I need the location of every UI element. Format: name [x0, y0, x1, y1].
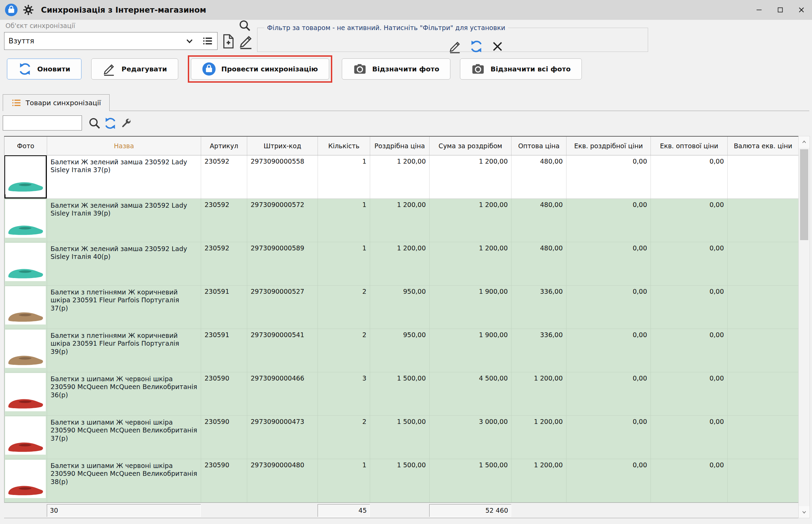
cell-eq-currency[interactable]: [728, 198, 799, 242]
product-photo-cell[interactable]: [4, 242, 47, 285]
cell-barcode[interactable]: 2973090000466: [247, 372, 318, 415]
scrollbar-thumb[interactable]: [800, 149, 808, 240]
column-header-4[interactable]: Штрих-код: [247, 136, 318, 155]
column-header-8[interactable]: Оптова ціна: [512, 136, 566, 155]
cell-name[interactable]: Балетки з плетіннями Ж коричневий шкіра …: [47, 329, 201, 372]
cell-barcode[interactable]: 2973090000527: [247, 285, 318, 329]
mark-all-photos-button[interactable]: Відзначити всі фото: [460, 58, 582, 80]
column-header-10[interactable]: Екв. оптової ціни: [651, 136, 728, 155]
table-row[interactable]: Балетки з плетіннями Ж коричневий шкіра …: [4, 285, 799, 329]
column-header-1[interactable]: Фото: [4, 136, 47, 155]
cell-name[interactable]: Балетки Ж зелений замша 230592 Lady Sisl…: [47, 155, 201, 198]
cell-name[interactable]: Балетки з шипами Ж червоні шкіра 230590 …: [47, 372, 201, 415]
edit-object-icon[interactable]: [238, 33, 254, 49]
chevron-down-icon[interactable]: [184, 36, 202, 46]
close-button[interactable]: [791, 0, 812, 20]
product-photo-cell[interactable]: [4, 372, 47, 415]
cell-name[interactable]: Балетки Ж зелений замша 230592 Lady Sisl…: [47, 242, 201, 285]
cell-quantity[interactable]: 1: [318, 242, 370, 285]
tab-sync-products[interactable]: Товари синхронізації: [3, 94, 110, 111]
cell-wholesale-price[interactable]: 1 200,00: [512, 372, 566, 415]
cell-retail-price[interactable]: 950,00: [370, 285, 430, 329]
cell-article[interactable]: 230592: [201, 198, 247, 242]
cell-quantity[interactable]: 3: [318, 372, 370, 415]
cell-eq-currency[interactable]: [728, 155, 799, 198]
cell-wholesale-price[interactable]: 1 200,00: [512, 459, 566, 502]
cell-eq-currency[interactable]: [728, 285, 799, 329]
open-list-icon[interactable]: [202, 36, 213, 46]
cell-eq-currency[interactable]: [728, 459, 799, 502]
cell-retail-price[interactable]: 1 500,00: [370, 459, 430, 502]
cell-eq-wholesale[interactable]: 0,00: [651, 285, 728, 329]
column-header-7[interactable]: Сума за роздрібом: [430, 136, 512, 155]
product-photo-cell[interactable]: [4, 285, 47, 329]
cell-eq-retail[interactable]: 0,00: [566, 415, 651, 459]
cell-barcode[interactable]: 2973090000589: [247, 242, 318, 285]
cell-wholesale-price[interactable]: 480,00: [512, 242, 566, 285]
cell-name[interactable]: Балетки Ж зелений замша 230592 Lady Sisl…: [47, 198, 201, 242]
column-header-3[interactable]: Артикул: [201, 136, 247, 155]
search-object-icon[interactable]: [238, 19, 251, 32]
cell-quantity[interactable]: 2: [318, 329, 370, 372]
cell-article[interactable]: 230590: [201, 415, 247, 459]
table-row[interactable]: Балетки з шипами Ж червоні шкіра 230590 …: [4, 459, 799, 502]
cell-eq-wholesale[interactable]: 0,00: [651, 329, 728, 372]
cell-article[interactable]: 230591: [201, 329, 247, 372]
cell-eq-retail[interactable]: 0,00: [566, 372, 651, 415]
vertical-scrollbar[interactable]: [798, 136, 810, 518]
cell-quantity[interactable]: 1: [318, 155, 370, 198]
maximize-button[interactable]: [770, 0, 791, 20]
cell-barcode[interactable]: 2973090000558: [247, 155, 318, 198]
cell-retail-price[interactable]: 1 500,00: [370, 372, 430, 415]
cell-quantity[interactable]: 1: [318, 198, 370, 242]
column-header-9[interactable]: Екв. роздрібної ціни: [566, 136, 651, 155]
cell-quantity[interactable]: 2: [318, 285, 370, 329]
table-search-icon[interactable]: [88, 117, 101, 130]
cell-retail-price[interactable]: 1 200,00: [370, 155, 430, 198]
filter-edit-icon[interactable]: [448, 40, 462, 53]
cell-article[interactable]: 230592: [201, 155, 247, 198]
product-photo-cell[interactable]: [4, 155, 47, 198]
column-header-11[interactable]: Валюта екв. ціни: [728, 136, 799, 155]
table-row[interactable]: Балетки з плетіннями Ж коричневий шкіра …: [4, 329, 799, 372]
cell-retail-sum[interactable]: 4 500,00: [430, 372, 512, 415]
mark-photo-button[interactable]: Відзначити фото: [342, 58, 450, 80]
cell-retail-sum[interactable]: 1 200,00: [430, 242, 512, 285]
cell-retail-price[interactable]: 950,00: [370, 329, 430, 372]
cell-retail-sum[interactable]: 1 200,00: [430, 198, 512, 242]
cell-eq-currency[interactable]: [728, 372, 799, 415]
cell-barcode[interactable]: 2973090000572: [247, 198, 318, 242]
cell-barcode[interactable]: 2973090000541: [247, 329, 318, 372]
cell-retail-sum[interactable]: 1 200,00: [430, 155, 512, 198]
product-photo-cell[interactable]: [4, 329, 47, 372]
cell-eq-retail[interactable]: 0,00: [566, 285, 651, 329]
cell-wholesale-price[interactable]: 336,00: [512, 329, 566, 372]
cell-retail-sum[interactable]: 1 900,00: [430, 285, 512, 329]
cell-eq-currency[interactable]: [728, 242, 799, 285]
cell-wholesale-price[interactable]: 336,00: [512, 285, 566, 329]
edit-button[interactable]: Редагувати: [91, 58, 178, 80]
column-header-2[interactable]: Назва: [47, 136, 201, 155]
cell-article[interactable]: 230590: [201, 372, 247, 415]
cell-wholesale-price[interactable]: 480,00: [512, 198, 566, 242]
cell-eq-retail[interactable]: 0,00: [566, 242, 651, 285]
filter-refresh-icon[interactable]: [470, 40, 483, 53]
filter-clear-icon[interactable]: [491, 40, 504, 53]
cell-eq-currency[interactable]: [728, 329, 799, 372]
cell-eq-retail[interactable]: 0,00: [566, 155, 651, 198]
cell-eq-retail[interactable]: 0,00: [566, 459, 651, 502]
cell-eq-wholesale[interactable]: 0,00: [651, 372, 728, 415]
cell-article[interactable]: 230591: [201, 285, 247, 329]
table-settings-wrench-icon[interactable]: [120, 117, 132, 130]
run-sync-button[interactable]: Провести синхронізацію: [191, 58, 329, 80]
cell-eq-wholesale[interactable]: 0,00: [651, 198, 728, 242]
new-object-icon[interactable]: [221, 33, 236, 49]
column-header-6[interactable]: Роздрібна ціна: [370, 136, 430, 155]
sync-object-combobox[interactable]: Взуття: [4, 32, 218, 50]
cell-retail-sum[interactable]: 1 500,00: [430, 459, 512, 502]
table-row[interactable]: Балетки Ж зелений замша 230592 Lady Sisl…: [4, 198, 799, 242]
product-photo-cell[interactable]: [4, 198, 47, 242]
scroll-up-arrow[interactable]: [799, 136, 810, 148]
table-search-input[interactable]: [3, 115, 82, 130]
cell-quantity[interactable]: 1: [318, 459, 370, 502]
